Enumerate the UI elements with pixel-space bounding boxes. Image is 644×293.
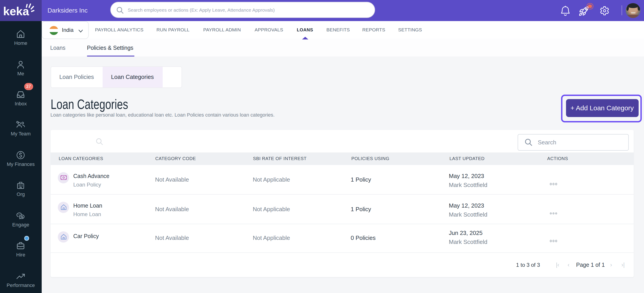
svg-text:keka: keka <box>3 5 29 18</box>
